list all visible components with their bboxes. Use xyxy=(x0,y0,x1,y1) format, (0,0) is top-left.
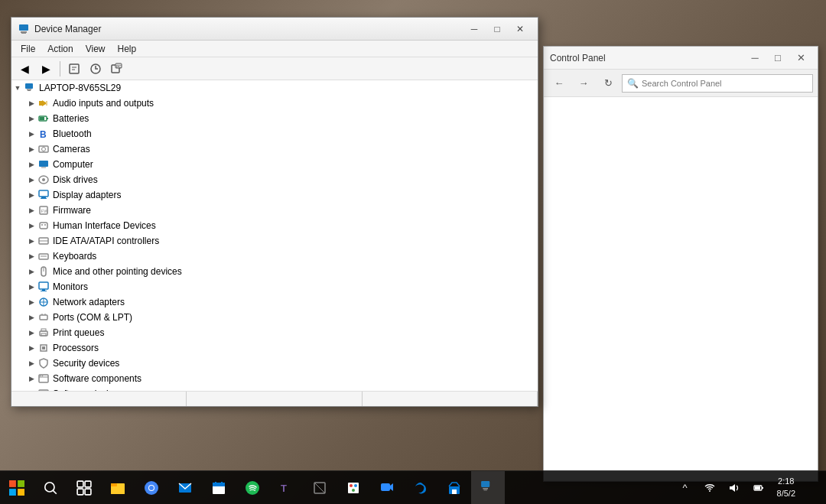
network-icon xyxy=(37,296,50,308)
svg-rect-77 xyxy=(77,481,83,487)
arrow: ▶ xyxy=(25,311,37,324)
dm-tree-content[interactable]: ▼ LAPTOP-8V65SL29 ▶ Audio inputs and out… xyxy=(11,80,538,391)
status-segment-3 xyxy=(363,392,538,406)
svg-rect-79 xyxy=(77,489,83,495)
list-item[interactable]: ▶ Human Interface Devices xyxy=(11,218,538,233)
list-item[interactable]: ▶ Mice and other pointing devices xyxy=(11,264,538,279)
device-manager-taskbar-btn[interactable] xyxy=(471,471,505,505)
list-item[interactable]: ▶ Software components xyxy=(11,371,538,386)
volume-icon-tray[interactable] xyxy=(722,471,746,505)
menu-help[interactable]: Help xyxy=(112,42,143,56)
control-panel-close-btn[interactable]: ✕ xyxy=(790,50,811,67)
list-item[interactable]: ▶ FW Firmware xyxy=(11,203,538,218)
svg-rect-0 xyxy=(19,24,28,31)
arrow: ▶ xyxy=(25,265,37,278)
svg-line-76 xyxy=(53,490,56,493)
list-item[interactable]: ▶ Processors xyxy=(11,340,538,356)
list-item[interactable]: ▶ Cameras xyxy=(11,141,538,157)
svg-rect-12 xyxy=(28,90,31,91)
toolbar-back-btn[interactable]: ◀ xyxy=(15,60,34,78)
system-clock[interactable]: 2:18 8/5/2 xyxy=(771,476,802,499)
dm-close-btn[interactable]: ✕ xyxy=(509,21,532,37)
clock-date: 8/5/2 xyxy=(777,488,795,499)
control-panel-maximize-btn[interactable]: □ xyxy=(767,50,789,67)
taskbar-right-area: ^ 2:18 8/5/2 xyxy=(673,471,826,505)
svg-rect-51 xyxy=(41,333,46,336)
list-item[interactable]: ▶ Network adapters xyxy=(11,294,538,310)
svg-rect-50 xyxy=(41,329,46,331)
mail-icon-btn[interactable] xyxy=(168,471,202,505)
item-label: Human Interface Devices xyxy=(53,220,156,231)
svg-point-33 xyxy=(44,224,46,226)
menu-view[interactable]: View xyxy=(80,42,112,56)
svg-rect-106 xyxy=(483,489,486,490)
toolbar-update-btn[interactable] xyxy=(86,60,106,78)
item-label: Network adapters xyxy=(53,297,125,307)
item-label: Mice and other pointing devices xyxy=(53,266,182,277)
explorer-icon-btn[interactable] xyxy=(101,471,135,505)
svg-rect-3 xyxy=(70,64,79,73)
control-panel-minimize-btn[interactable]: ─ xyxy=(744,50,766,67)
edge-icon-btn[interactable] xyxy=(404,471,437,505)
cp-refresh-btn[interactable]: ↻ xyxy=(597,75,619,92)
list-item[interactable]: ▶ Computer xyxy=(11,157,538,172)
bluetooth-icon: B xyxy=(37,128,50,140)
ports-icon xyxy=(37,311,50,324)
sys-tray-chevron[interactable]: ^ xyxy=(673,471,698,505)
arrow: ▶ xyxy=(25,204,37,216)
chrome-icon-btn[interactable] xyxy=(135,471,168,505)
menu-file[interactable]: File xyxy=(15,42,41,56)
search-bar[interactable]: 🔍 xyxy=(622,74,813,93)
svg-rect-89 xyxy=(213,483,225,486)
list-item[interactable]: ▶ Audio inputs and outputs xyxy=(11,96,538,111)
list-item[interactable]: ▶ Monitors xyxy=(11,279,538,294)
toolbar-properties-btn[interactable] xyxy=(64,60,84,78)
dm-maximize-btn[interactable]: □ xyxy=(486,21,509,37)
snip-icon-btn[interactable] xyxy=(303,471,337,505)
item-label: Bluetooth xyxy=(53,128,92,139)
svg-point-97 xyxy=(350,484,353,487)
tree-root-item[interactable]: ▼ LAPTOP-8V65SL29 xyxy=(11,80,538,96)
search-button[interactable] xyxy=(34,471,67,505)
store-icon-btn[interactable] xyxy=(437,471,471,505)
status-segment-2 xyxy=(187,392,362,406)
list-item[interactable]: ▶ Batteries xyxy=(11,111,538,126)
item-label: Batteries xyxy=(53,113,89,124)
spotify-icon-btn[interactable] xyxy=(236,471,269,505)
list-item[interactable]: ▶ Print queues xyxy=(11,325,538,340)
svg-rect-22 xyxy=(39,161,48,167)
svg-point-99 xyxy=(352,489,355,492)
toolbar-scan-btn[interactable]: PC xyxy=(107,60,127,78)
list-item[interactable]: ▶ IDE ATA/ATAPI controllers xyxy=(11,233,538,249)
battery-icon-tray[interactable] xyxy=(746,471,771,505)
zoom-icon-btn[interactable] xyxy=(370,471,404,505)
list-item[interactable]: ▶ Security devices xyxy=(11,356,538,371)
notification-icon[interactable] xyxy=(802,471,826,505)
svg-marker-108 xyxy=(730,484,735,492)
print-icon xyxy=(37,327,50,339)
toolbar-forward-btn[interactable]: ▶ xyxy=(36,60,56,78)
menu-action[interactable]: Action xyxy=(41,42,79,56)
list-item[interactable]: ▶ Ports (COM & LPT) xyxy=(11,310,538,325)
task-view-button[interactable] xyxy=(67,471,101,505)
svg-rect-40 xyxy=(39,282,48,289)
list-item[interactable]: ▶ Keyboards xyxy=(11,249,538,264)
cp-forward-btn[interactable]: → xyxy=(573,75,594,92)
calendar-icon-btn[interactable] xyxy=(202,471,236,505)
list-item[interactable]: ▶ Disk drives xyxy=(11,172,538,187)
cp-back-btn[interactable]: ← xyxy=(548,75,570,92)
teams-icon-btn[interactable]: T xyxy=(269,471,303,505)
svg-rect-71 xyxy=(9,480,16,487)
svg-rect-78 xyxy=(85,481,91,487)
dm-minimize-btn[interactable]: ─ xyxy=(463,21,486,37)
network-icon-tray[interactable] xyxy=(698,471,722,505)
start-button[interactable] xyxy=(0,471,34,505)
search-input[interactable] xyxy=(642,79,808,88)
svg-marker-101 xyxy=(390,483,393,491)
list-item[interactable]: ▶ B Bluetooth xyxy=(11,126,538,141)
item-label: Processors xyxy=(53,343,99,353)
list-item[interactable]: ▶ Display adapters xyxy=(11,187,538,203)
paint-icon-btn[interactable] xyxy=(337,471,370,505)
svg-text:B: B xyxy=(40,129,47,139)
computer-icon xyxy=(37,158,50,171)
